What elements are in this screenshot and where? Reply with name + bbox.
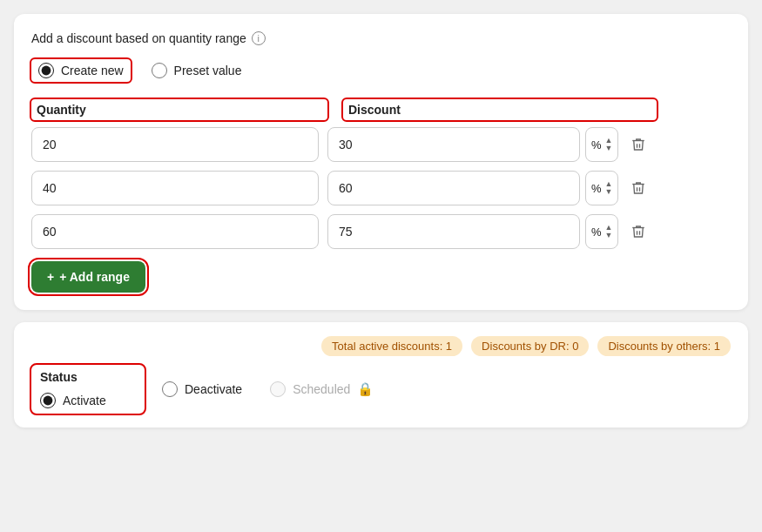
scheduled-radio [270, 381, 286, 397]
other-status-options: Deactivate Scheduled 🔒 [162, 365, 374, 414]
status-card: Total active discounts: 1 Discounts by D… [14, 322, 748, 428]
deactivate-option[interactable]: Deactivate [162, 381, 242, 397]
discount-card: Add a discount based on quantity range i… [14, 14, 748, 310]
creation-mode-group: Create new Preset value [31, 59, 731, 82]
deactivate-radio[interactable] [162, 381, 178, 397]
deactivate-label: Deactivate [185, 382, 242, 396]
unit-selector-2[interactable]: % ▲ ▼ [585, 171, 618, 205]
discount-wrap-1: % ▲ ▼ [327, 127, 618, 162]
unit-selector-3[interactable]: % ▲ ▼ [585, 214, 618, 249]
add-range-button[interactable]: + + Add range [31, 261, 145, 293]
discounts-dr-badge: Discounts by DR: 0 [471, 336, 589, 356]
quantity-column-header: Quantity [31, 99, 327, 120]
range-row: % ▲ ▼ [31, 171, 731, 205]
activate-label: Activate [63, 394, 106, 407]
quantity-input-1[interactable] [31, 127, 319, 162]
unit-label-1: % [591, 138, 602, 152]
discount-wrap-3: % ▲ ▼ [327, 214, 618, 249]
columns-header: Quantity Discount [31, 99, 731, 120]
create-new-option[interactable]: Create new [31, 59, 131, 82]
discount-input-1[interactable] [327, 127, 580, 162]
discount-column-header: Discount [343, 99, 657, 120]
badges-row: Total active discounts: 1 Discounts by D… [31, 336, 731, 356]
delete-button-2[interactable] [627, 177, 650, 199]
discounts-others-badge: Discounts by others: 1 [597, 336, 731, 356]
activate-radio[interactable] [40, 393, 56, 408]
add-range-icon: + [47, 270, 54, 284]
create-new-label: Create new [61, 64, 124, 77]
discount-input-3[interactable] [327, 214, 580, 249]
delete-button-3[interactable] [627, 220, 650, 243]
card-title-text: Add a discount based on quantity range [31, 31, 246, 45]
info-icon[interactable]: i [252, 31, 266, 45]
delete-button-1[interactable] [627, 133, 650, 156]
preset-value-radio[interactable] [152, 63, 167, 78]
preset-value-option[interactable]: Preset value [152, 59, 242, 82]
activate-section: Status Activate [31, 365, 145, 414]
status-section: Status Activate Deactivate Scheduled 🔒 [31, 365, 731, 414]
discount-input-2[interactable] [327, 171, 580, 205]
spinners-2[interactable]: ▲ ▼ [605, 180, 613, 196]
unit-selector-1[interactable]: % ▲ ▼ [585, 127, 618, 162]
total-discounts-badge: Total active discounts: 1 [321, 336, 462, 356]
add-range-label: + Add range [59, 270, 130, 284]
unit-label-2: % [591, 182, 602, 195]
create-new-radio[interactable] [38, 63, 54, 78]
quantity-input-2[interactable] [31, 171, 319, 205]
status-label: Status [40, 370, 136, 384]
discount-wrap-2: % ▲ ▼ [327, 171, 618, 205]
preset-value-label: Preset value [174, 64, 242, 77]
range-row: % ▲ ▼ [31, 127, 731, 162]
spinners-1[interactable]: ▲ ▼ [605, 137, 613, 152]
quantity-input-3[interactable] [31, 214, 319, 249]
unit-label-3: % [591, 226, 602, 239]
spinners-3[interactable]: ▲ ▼ [605, 224, 613, 239]
card-title: Add a discount based on quantity range i [31, 31, 731, 45]
activate-option[interactable]: Activate [40, 393, 136, 408]
range-row: % ▲ ▼ [31, 214, 731, 249]
lock-icon: 🔒 [357, 381, 374, 397]
scheduled-option: Scheduled 🔒 [270, 381, 374, 397]
scheduled-label: Scheduled [293, 382, 350, 396]
